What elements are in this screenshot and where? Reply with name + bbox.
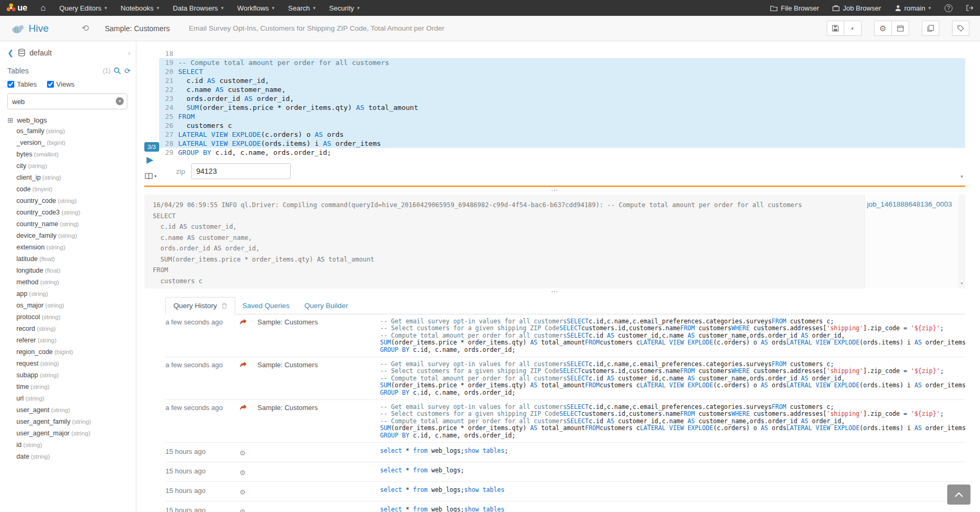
column-item[interactable]: subapp (string) — [7, 369, 131, 381]
history-row[interactable]: 15 hours ago⚙select * from web_logs;show… — [165, 482, 965, 501]
column-item[interactable]: os_major (string) — [7, 300, 131, 311]
history-row[interactable]: 15 hours ago⚙select * from web_logs;show… — [165, 501, 965, 512]
column-item[interactable]: time (string) — [7, 381, 131, 393]
column-item[interactable]: region_code (bigint) — [7, 346, 131, 358]
home-button[interactable]: ⌂ — [34, 0, 53, 16]
menu-workflows[interactable]: Workflows▾ — [230, 0, 281, 16]
column-type: (tinyint) — [31, 186, 52, 192]
settings-button[interactable]: ⚙ — [874, 21, 892, 36]
column-item[interactable]: protocol (string) — [7, 311, 131, 323]
save-button[interactable] — [827, 21, 844, 36]
tables-checkbox-label[interactable]: Tables — [17, 80, 37, 88]
job-browser-button[interactable]: Job Browser — [826, 0, 887, 16]
column-item[interactable]: id (string) — [7, 439, 131, 451]
query-title[interactable]: Sample: Customers — [105, 24, 170, 33]
column-item[interactable]: date (string) — [7, 451, 131, 462]
column-item[interactable]: user_agent_major (string) — [7, 427, 131, 439]
menu-search[interactable]: Search▾ — [281, 0, 322, 16]
editor-line[interactable]: 29GROUP BY c.id, c.name, ords.order_id; — [159, 148, 965, 157]
log-scrollbar[interactable]: ▾ — [958, 194, 965, 288]
user-menu[interactable]: romain ▾ — [888, 0, 938, 16]
editor-line[interactable]: 19-- Compute total amount per order for … — [159, 58, 965, 67]
column-item[interactable]: request (string) — [7, 358, 131, 369]
job-link[interactable]: job_1461888648136_0003 — [867, 200, 952, 208]
search-icon[interactable] — [114, 67, 121, 75]
menu-security[interactable]: Security▾ — [322, 0, 367, 16]
variable-zip-input[interactable] — [191, 163, 291, 179]
column-item[interactable]: url (string) — [7, 393, 131, 404]
docs-button[interactable]: ▾ — [145, 173, 156, 180]
column-item[interactable]: _version_ (bigint) — [7, 137, 131, 148]
save-dropdown-button[interactable]: ▾ — [844, 21, 862, 36]
database-name[interactable]: default — [30, 49, 52, 57]
export-button[interactable] — [922, 21, 939, 36]
column-item[interactable]: bytes (smallint) — [7, 148, 131, 160]
column-item[interactable]: city (string) — [7, 160, 131, 172]
execute-button[interactable]: ▶ — [146, 155, 153, 164]
column-item[interactable]: os_family (string) — [7, 125, 131, 137]
menu-data-browsers[interactable]: Data Browsers▾ — [166, 0, 230, 16]
editor-line[interactable]: 18 — [159, 49, 965, 58]
editor-scrollbar[interactable]: ▾ — [958, 49, 965, 179]
column-item[interactable]: country_name (string) — [7, 218, 131, 230]
column-item[interactable]: longitude (float) — [7, 265, 131, 276]
menu-query-editors[interactable]: Query Editors▾ — [52, 0, 114, 16]
column-item[interactable]: device_family (string) — [7, 230, 131, 241]
collapse-sidebar-icon[interactable]: ‹ — [128, 48, 131, 57]
history-row[interactable]: a few seconds agoSample: Customers-- Get… — [165, 400, 965, 443]
resize-handle[interactable]: ⋯ — [144, 187, 965, 193]
history-row[interactable]: a few seconds agoSample: Customers-- Get… — [165, 314, 965, 357]
recent-queries-icon[interactable]: ⟲ — [81, 23, 89, 34]
column-item[interactable]: extension (string) — [7, 241, 131, 253]
editor-line[interactable]: 20SELECT — [159, 67, 965, 76]
tab-saved-queries[interactable]: Saved Queries — [235, 297, 297, 314]
query-counter-badge[interactable]: 3/3 — [144, 142, 159, 152]
clear-search-icon[interactable]: ✕ — [116, 97, 124, 105]
column-item[interactable]: record (string) — [7, 323, 131, 334]
column-item[interactable]: latitude (float) — [7, 253, 131, 265]
editor-line[interactable]: 22 c.name AS customer_name, — [159, 85, 965, 94]
column-item[interactable]: country_code (string) — [7, 195, 131, 207]
editor-line[interactable]: 24 SUM(order_items.price * order_items.q… — [159, 103, 965, 112]
column-item[interactable]: client_ip (string) — [7, 172, 131, 183]
table-item[interactable]: ⊞ web_logs — [7, 116, 131, 124]
tags-button[interactable] — [952, 21, 969, 36]
editor-line[interactable]: 23 ords.order_id AS order_id, — [159, 94, 965, 103]
column-item[interactable]: user_agent (string) — [7, 404, 131, 416]
column-item[interactable]: code (tinyint) — [7, 183, 131, 195]
editor-line[interactable]: 26 customers c — [159, 121, 965, 130]
tab-query-history[interactable]: Query History — [165, 297, 235, 314]
scroll-top-button[interactable] — [947, 485, 970, 505]
views-checkbox[interactable] — [47, 81, 54, 88]
refresh-icon[interactable]: ⟳ — [124, 67, 131, 75]
views-checkbox-label[interactable]: Views — [57, 80, 75, 88]
tab-query-builder[interactable]: Query Builder — [297, 297, 356, 314]
table-search-input[interactable] — [7, 94, 127, 109]
tables-checkbox[interactable] — [7, 81, 14, 88]
editor-line[interactable]: 25FROM — [159, 112, 965, 121]
column-item[interactable]: method (string) — [7, 276, 131, 288]
logout-button[interactable] — [959, 0, 980, 16]
code-editor[interactable]: 1819-- Compute total amount per order fo… — [159, 49, 965, 179]
history-row[interactable]: 15 hours ago⚙select * from web_logs; — [165, 462, 965, 482]
file-browser-button[interactable]: File Browser — [763, 0, 826, 16]
schedule-button[interactable] — [892, 21, 909, 36]
history-row[interactable]: 15 hours ago⚙select * from web_logs;show… — [165, 443, 965, 462]
editor-line[interactable]: 21 c.id AS customer_id, — [159, 76, 965, 85]
menu-notebooks[interactable]: Notebooks▾ — [114, 0, 166, 16]
column-item[interactable]: country_code3 (string) — [7, 207, 131, 218]
editor-line[interactable]: 27LATERAL VIEW EXPLODE(c.orders) o AS or… — [159, 130, 965, 139]
hue-logo[interactable]: ue — [0, 0, 34, 16]
trash-icon[interactable] — [221, 303, 227, 309]
column-item[interactable]: user_agent_family (string) — [7, 416, 131, 427]
help-button[interactable]: ? — [938, 0, 959, 16]
history-row[interactable]: a few seconds agoSample: Customers-- Get… — [165, 357, 965, 400]
column-item[interactable]: referer (string) — [7, 334, 131, 346]
resize-handle-2[interactable]: ⋯ — [144, 288, 965, 295]
back-icon[interactable]: ❮ — [7, 49, 14, 57]
query-description[interactable]: Email Survey Opt-Ins, Customers for Ship… — [189, 24, 444, 32]
hive-app[interactable]: Hive — [11, 23, 79, 34]
editor-line[interactable]: 28LATERAL VIEW EXPLODE(ords.items) i AS … — [159, 139, 965, 148]
chevron-down-icon: ▾ — [157, 5, 160, 11]
column-item[interactable]: app (string) — [7, 288, 131, 300]
